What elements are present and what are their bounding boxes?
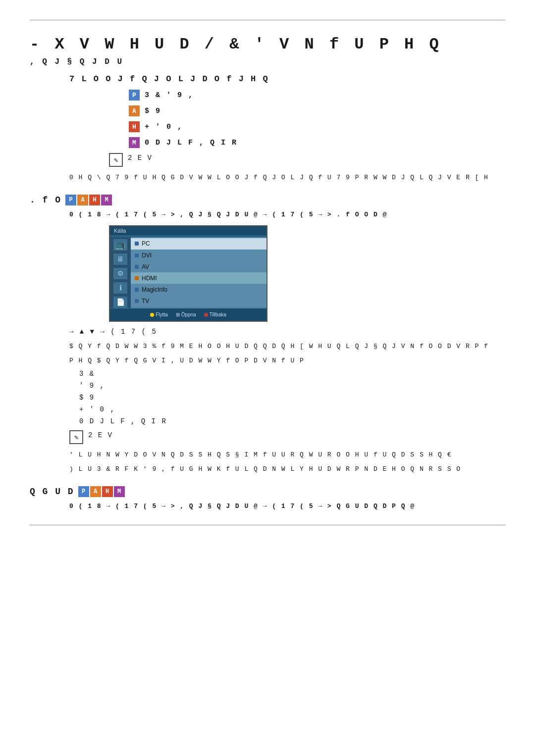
badge-m-label: 0 D J L F , Q I R (145, 139, 237, 147)
section3-path: 0 ( 1 8 → ( 1 7 ( 5 → > , Q J § Q J D U … (69, 503, 505, 510)
badge-row-m: M 0 D J L F , Q I R (69, 137, 505, 148)
btn-tillbaka-label: Tillbaka (210, 312, 226, 317)
list-item-2: $ 9 (69, 394, 505, 402)
section1-body: 7 L O O J f Q J O L J D O f J H Q P 3 & … (30, 74, 505, 183)
cb-h: H (89, 195, 100, 205)
btn-tillbaka-dot (204, 313, 208, 317)
section3-cb-p: P (78, 486, 89, 497)
note-text-1: 2 E V (128, 153, 153, 163)
badge-a: A (129, 105, 140, 116)
menu-item-pc-label: PC (142, 240, 150, 247)
note-icon-1: ✎ (109, 153, 123, 167)
note3-text: ) L U 3 & R F K ' 9 , f U G H W K f U L … (69, 464, 505, 475)
section2-label: . f O (30, 195, 61, 205)
btn-oppna: ⊞ Öppna (176, 312, 196, 317)
badge-p: P (129, 90, 140, 101)
cb-p: P (65, 195, 76, 205)
btn-flytta-label: Flytta (156, 312, 167, 317)
menu-item-tv[interactable]: TV (131, 296, 267, 307)
menu-item-hdmi[interactable]: HDMI (131, 272, 267, 284)
cb-a: A (77, 195, 88, 205)
list-item-4: 0 D J L F , Q I R (69, 417, 505, 425)
badge-row-a: A $ 9 (69, 105, 505, 116)
section2-badges: P A H M (65, 195, 112, 205)
menu-top-label: Källa (114, 228, 126, 234)
nav-line: → ▲ ▼ → ( 1 7 ( 5 (69, 328, 505, 336)
menu-icon-monitor: 🖥 (113, 253, 127, 265)
section3-label: Q G U D (30, 487, 74, 497)
menu-item-magicinfo[interactable]: MagicInfo (131, 284, 267, 295)
section2-body: 0 ( 1 8 → ( 1 7 ( 5 → > , Q J § Q J D U … (30, 211, 505, 475)
menu-item-av[interactable]: AV (131, 261, 267, 272)
btn-flytta-dot (150, 313, 154, 317)
para2: P H Q $ Q Y f Q G V I , U D W W Y f O P … (69, 356, 505, 366)
bottom-divider (30, 525, 505, 525)
note-icon-2: ✎ (69, 430, 83, 444)
badge-row-h: H + ' 0 , (69, 121, 505, 132)
btn-flytta: Flytta (150, 312, 167, 317)
list-item-0: 3 & (69, 370, 505, 378)
section3-cb-h: H (102, 486, 113, 497)
top-divider (30, 20, 505, 20)
section2-path: 0 ( 1 8 → ( 1 7 ( 5 → > , Q J § Q J D U … (69, 211, 505, 218)
menu-icon-bar: 📺 🖥 ⚙ ℹ 📄 (110, 237, 131, 308)
menu-item-dvi-label: DVI (142, 252, 152, 259)
note-row-2: ✎ 2 E V (69, 430, 505, 444)
menu-icon-info: ℹ (113, 282, 127, 294)
menu-icon-doc: 📄 (113, 297, 127, 308)
menu-item-dvi[interactable]: DVI (131, 250, 267, 261)
page-container: - X V W H U D / & ' V N f U P H Q , Q J … (0, 0, 535, 756)
menu-item-av-label: AV (142, 263, 149, 270)
section3-cb-a: A (90, 486, 101, 497)
note-text-2: 2 E V (88, 430, 113, 441)
badge-p-label: 3 & ' 9 , (145, 91, 194, 100)
para1: $ Q Y f Q D W W 3 % f 9 M E H O O H U D … (69, 342, 505, 352)
list-item-3: + ' 0 , (69, 405, 505, 413)
section3-body: 0 ( 1 8 → ( 1 7 ( 5 → > , Q J § Q J D U … (30, 503, 505, 510)
badge-a-label: $ 9 (145, 107, 161, 115)
section2-header-row: . f O P A H M (30, 192, 505, 208)
menu-icon-tv: 📺 (113, 239, 127, 251)
menu-item-tv-label: TV (142, 298, 149, 304)
badge-h-label: + ' 0 , (145, 123, 183, 131)
flow-text-1: 0 H Q \ Q 7 9 f U H Q G D V W W L O O J … (69, 173, 505, 183)
sub-heading: 7 L O O J f Q J O L J D O f J H Q (69, 74, 505, 84)
badge-row-p: P 3 & ' 9 , (69, 90, 505, 101)
menu-screenshot: Källa 📺 🖥 ⚙ ℹ 📄 PC DVI (109, 225, 268, 322)
badge-h: H (129, 121, 140, 132)
menu-top-bar: Källa (110, 226, 267, 235)
menu-item-magicinfo-label: MagicInfo (142, 286, 167, 293)
btn-oppna-label: Öppna (181, 312, 196, 317)
menu-item-hdmi-label: HDMI (142, 275, 157, 282)
section1-header: , Q J § Q J D U (30, 57, 505, 66)
note2-text: ' L U H N W Y D O V N Q D S S H Q S § I … (69, 450, 505, 460)
badge-m: M (129, 137, 140, 148)
list-item-1: ' 9 , (69, 382, 505, 390)
section3-cb-m: M (114, 486, 125, 497)
menu-items-area: PC DVI AV HDMI MagicInfo (131, 237, 267, 308)
section3-header-row: Q G U D P A H M (30, 484, 505, 500)
menu-bottom-bar: Flytta ⊞ Öppna Tillbaka (110, 309, 267, 321)
btn-oppna-icon: ⊞ (176, 312, 180, 317)
cb-m: M (101, 195, 112, 205)
btn-tillbaka: Tillbaka (204, 312, 226, 317)
page-title: - X V W H U D / & ' V N f U P H Q (30, 35, 505, 53)
section3-badges: P A H M (78, 486, 125, 497)
note-row-1: ✎ 2 E V (69, 153, 505, 167)
menu-item-pc[interactable]: PC (131, 238, 267, 250)
menu-icon-settings: ⚙ (113, 268, 127, 279)
